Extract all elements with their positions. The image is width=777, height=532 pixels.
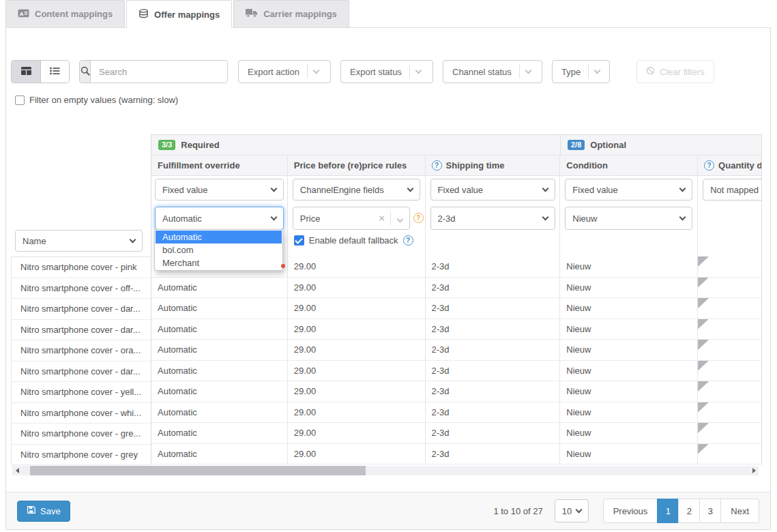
dropdown-option[interactable]: Merchant [156, 256, 282, 269]
shipping-value-select[interactable]: 2-3d [430, 207, 555, 230]
group-label: Optional [590, 139, 626, 151]
cell-price: 29.00 [288, 278, 426, 298]
mapping-grid: 3/3 Required 2/8 Optional Fulfillment ov… [11, 134, 762, 479]
scroll-left-arrow[interactable] [12, 466, 22, 475]
fallback-row: Enable default fallback ? [294, 235, 413, 246]
select-value: Nieuw [572, 213, 597, 224]
cell-fulfillment: Automatic [151, 402, 288, 423]
condition-type-select[interactable]: Fixed value [565, 179, 692, 201]
scrollbar-track[interactable] [22, 466, 749, 475]
page-3-button[interactable]: 3 [699, 499, 721, 523]
pagination-area: 1 to 10 of 27 10 Previous 1 2 3 Next [493, 499, 759, 523]
unmapped-corner-marker [698, 381, 709, 391]
cell-quantity [698, 256, 761, 277]
scroll-right-arrow[interactable] [749, 466, 759, 475]
chevron-down-icon [594, 67, 601, 74]
clear-filters-button[interactable]: Clear filters [636, 60, 714, 83]
empty-values-checkbox[interactable] [15, 95, 25, 105]
cell-fulfillment: Automatic [151, 381, 288, 402]
row-name: Nitro smartphone cover - yell... [11, 382, 151, 403]
cell-condition: Nieuw [560, 402, 698, 423]
channel-status-filter[interactable]: Channel status [443, 60, 542, 83]
list-view-icon [50, 67, 60, 77]
price-type-select[interactable]: ChannelEngine fields [293, 179, 420, 201]
cell-condition: Nieuw [560, 340, 698, 360]
save-icon [27, 505, 35, 516]
unmapped-corner-marker [698, 256, 709, 267]
name-column-select[interactable]: Name [15, 230, 143, 252]
search-button[interactable] [80, 61, 91, 83]
export-status-filter[interactable]: Export status [340, 60, 433, 83]
condition-value-select[interactable]: Nieuw [565, 207, 692, 230]
divider [307, 65, 308, 78]
fulfillment-value-select[interactable]: Automatic [155, 207, 284, 230]
svg-text:A: A [20, 10, 24, 16]
fallback-label: Enable default fallback [309, 235, 398, 246]
page-1-button[interactable]: 1 [657, 499, 679, 523]
cell-shipping: 2-3d [426, 444, 561, 464]
next-page-button[interactable]: Next [720, 499, 759, 523]
footer-bar: Save 1 to 10 of 27 10 Previous 1 2 3 Nex… [6, 492, 770, 529]
cell-shipping: 2-3d [426, 402, 561, 423]
chevron-down-icon [542, 213, 548, 220]
cell-fulfillment: Automatic [151, 423, 288, 443]
price-field-combo[interactable]: Price × [293, 207, 410, 230]
cell-price: 29.00 [288, 319, 426, 340]
clear-icon[interactable]: × [374, 213, 390, 224]
tab-content-mappings[interactable]: A Content mappings [5, 0, 125, 27]
help-icon[interactable]: ? [432, 160, 442, 171]
combo-chevron[interactable] [391, 213, 409, 224]
search-input[interactable] [91, 61, 227, 83]
row-range-label: 1 to 10 of 27 [493, 506, 542, 516]
price-mapping-cell: ChannelEngine fields Price × ? Ena [288, 176, 426, 256]
cell-shipping: 2-3d [426, 381, 561, 402]
row-name: Nitro smartphone cover - off-... [11, 278, 151, 299]
cell-fulfillment: Automatic [151, 361, 288, 381]
save-button[interactable]: Save [17, 501, 70, 522]
offer-mappings-panel: Export action Export status Channel stat… [5, 27, 771, 530]
shipping-type-select[interactable]: Fixed value [430, 179, 555, 201]
unmapped-corner-marker [698, 423, 709, 433]
grid-view-button[interactable] [12, 61, 40, 83]
type-filter[interactable]: Type [552, 60, 610, 83]
export-action-filter[interactable]: Export action [238, 60, 331, 83]
right-arrow-icon [752, 468, 756, 473]
ban-icon [646, 66, 655, 77]
fallback-checkbox[interactable] [294, 235, 304, 246]
search-group [79, 60, 228, 83]
page-2-button[interactable]: 2 [678, 499, 700, 523]
previous-page-button[interactable]: Previous [603, 499, 658, 523]
fallback-help-icon[interactable]: ? [403, 235, 413, 246]
cell-shipping: 2-3d [426, 340, 561, 360]
cell-fulfillment: Automatic [151, 340, 288, 360]
unmapped-corner-marker [698, 361, 709, 371]
list-view-button[interactable] [40, 61, 69, 83]
unmapped-corner-marker [698, 444, 709, 454]
scrollbar-thumb[interactable] [30, 466, 366, 475]
tab-carrier-mappings[interactable]: Carrier mappings [233, 0, 349, 27]
fulfillment-type-select[interactable]: Fixed value [155, 179, 284, 201]
grid-view-icon [21, 67, 31, 77]
cell-quantity [698, 278, 761, 298]
quantity-type-select[interactable]: Not mapped [703, 179, 762, 201]
save-label: Save [40, 506, 61, 516]
price-help-icon[interactable]: ? [413, 213, 424, 223]
filter-label: Export status [350, 67, 402, 77]
dropdown-option[interactable]: Automatic [156, 231, 282, 243]
help-icon[interactable]: ? [704, 160, 714, 171]
cell-condition: Nieuw [560, 361, 698, 381]
group-header-row: 3/3 Required 2/8 Optional [151, 135, 761, 156]
table-row: Automatic 29.00 2-3d Nieuw [151, 381, 761, 402]
tab-offer-mappings[interactable]: Offer mappings [126, 0, 232, 28]
cell-fulfillment: Automatic [151, 298, 288, 319]
dropdown-option[interactable]: bol.com [156, 243, 282, 256]
cell-price: 29.00 [288, 423, 426, 443]
cell-condition: Nieuw [560, 319, 698, 340]
select-value: Automatic [162, 213, 202, 224]
tab-label: Carrier mappings [263, 9, 337, 19]
page-size-select[interactable]: 10 [555, 499, 589, 522]
filter-label: Channel status [452, 67, 512, 77]
row-name: Nitro smartphone cover - dar... [11, 299, 151, 320]
unmapped-corner-marker [698, 319, 709, 329]
condition-mapping-cell: Fixed value Nieuw [560, 176, 698, 256]
